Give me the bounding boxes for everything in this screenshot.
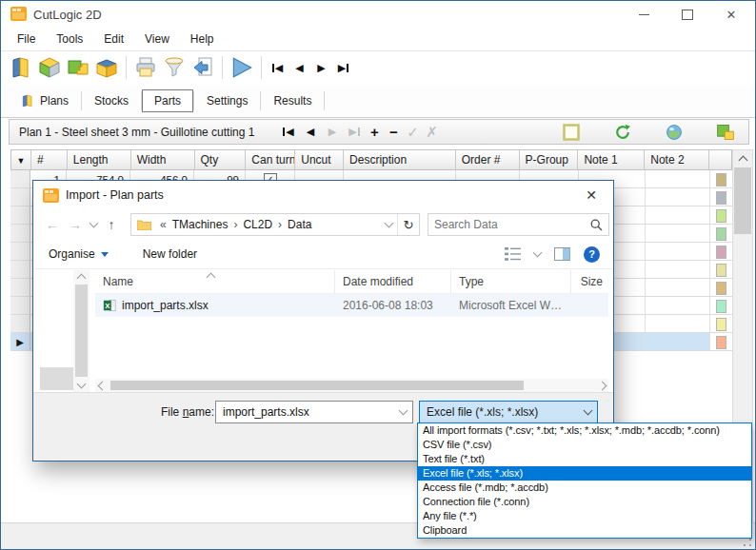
dialog-close-button[interactable]: ✕ <box>577 185 606 206</box>
scroll-thumb[interactable] <box>734 167 751 234</box>
col-header-width[interactable]: Width <box>131 150 195 169</box>
col-header-description[interactable]: Description <box>344 150 456 169</box>
file-name-input[interactable] <box>216 405 393 419</box>
menu-tools[interactable]: Tools <box>46 29 93 49</box>
breadcrumb[interactable]: « TMachines › CL2D › Data ↻ <box>130 213 420 236</box>
forward-button[interactable]: → <box>64 217 87 232</box>
open-plan-button[interactable] <box>7 53 35 82</box>
file-type-option[interactable]: Excel file (*.xls; *.xlsx) <box>418 466 751 481</box>
breadcrumb-overflow[interactable]: « <box>156 218 170 231</box>
stocks-button[interactable] <box>35 53 64 82</box>
tab-results[interactable]: Results <box>261 89 324 112</box>
col-header-note2[interactable]: Note 2 <box>645 150 709 169</box>
render-globe-icon[interactable] <box>665 123 684 142</box>
nav-first-button[interactable]: ◀ <box>267 62 288 74</box>
preview-pane-icon[interactable] <box>554 247 570 261</box>
filter-button[interactable] <box>160 53 189 82</box>
file-row[interactable]: X import_parts.xlsx 2016-06-08 18:03 Mic… <box>95 294 608 317</box>
nav-scroll-up-icon[interactable] <box>73 270 90 284</box>
new-folder-button[interactable]: New folder <box>143 247 197 261</box>
minimize-button[interactable] <box>622 1 666 28</box>
close-icon: ✕ <box>726 9 737 21</box>
stock-box-button[interactable] <box>92 53 121 82</box>
plan-cancel-button[interactable]: ✗ <box>422 124 441 141</box>
tab-plans-label: Plans <box>40 94 69 108</box>
plan-accept-button[interactable]: ✓ <box>403 124 422 141</box>
tab-plans[interactable]: Plans <box>9 89 81 112</box>
file-col-name[interactable]: Name <box>95 270 335 293</box>
col-header-pgroup[interactable]: P-Group <box>520 150 579 169</box>
col-header-qty[interactable]: Qty <box>195 150 247 169</box>
tab-parts[interactable]: Parts <box>142 89 193 112</box>
col-header-number[interactable]: # <box>31 150 68 169</box>
sheet-frame-icon[interactable] <box>562 123 581 142</box>
plan-last-button[interactable]: ▶ <box>343 126 365 138</box>
scroll-up-icon[interactable] <box>733 150 752 167</box>
breadcrumb-segment-data[interactable]: Data <box>286 218 313 231</box>
breadcrumb-segment-tmachines[interactable]: TMachines <box>170 218 230 231</box>
menu-file[interactable]: File <box>7 29 46 49</box>
col-header-length[interactable]: Length <box>68 150 131 169</box>
file-list-horizontal-scrollbar[interactable] <box>95 379 608 392</box>
column-filter-button[interactable]: ▼ <box>11 150 31 169</box>
help-icon[interactable]: ? <box>584 246 600 263</box>
resize-grip-icon[interactable] <box>743 538 752 547</box>
view-mode-icon[interactable] <box>505 247 521 261</box>
plan-next-button[interactable]: ▶ <box>321 126 343 138</box>
back-button[interactable]: ← <box>41 217 64 232</box>
search-icon[interactable] <box>590 219 603 231</box>
file-type-option[interactable]: Connection file (*.conn) <box>418 495 751 509</box>
plan-first-button[interactable]: ◀ <box>277 126 299 138</box>
file-type-option[interactable]: Clipboard <box>418 523 751 538</box>
refresh-icon[interactable] <box>613 123 632 142</box>
organise-button[interactable]: Organise <box>49 247 109 261</box>
close-button[interactable]: ✕ <box>709 1 753 28</box>
file-name-dropdown-button[interactable] <box>393 410 412 414</box>
recent-locations-button[interactable] <box>87 223 100 226</box>
file-type-option[interactable]: All import formats (*.csv; *.txt; *.xls;… <box>418 423 751 438</box>
up-button[interactable]: ↑ <box>100 217 123 232</box>
file-type-option[interactable]: Access file (*.mdb; *.accdb) <box>418 481 751 495</box>
nav-next-button[interactable]: ▶ <box>310 62 332 74</box>
import-button[interactable] <box>189 53 217 82</box>
maximize-button[interactable] <box>666 1 709 28</box>
view-mode-dropdown-icon[interactable] <box>533 248 543 258</box>
search-input[interactable] <box>428 218 590 231</box>
hscroll-left-icon[interactable] <box>95 383 109 389</box>
parts-button[interactable] <box>64 53 92 82</box>
run-button[interactable] <box>228 53 256 82</box>
menu-help[interactable]: Help <box>180 29 225 49</box>
print-button[interactable] <box>131 53 160 82</box>
menu-view[interactable]: View <box>134 29 180 49</box>
file-type-combobox[interactable]: Excel file (*.xls; *.xlsx) <box>419 401 598 423</box>
file-type-option[interactable]: Text file (*.txt) <box>418 452 751 466</box>
col-header-uncut[interactable]: Uncut <box>295 150 344 169</box>
breadcrumb-segment-cl2d[interactable]: CL2D <box>241 218 274 231</box>
nav-scroll-down-icon[interactable] <box>73 379 90 392</box>
hscroll-right-icon[interactable] <box>595 383 608 389</box>
nav-scroll-thumb[interactable] <box>75 285 88 377</box>
col-header-order[interactable]: Order # <box>456 150 520 169</box>
file-col-size[interactable]: Size <box>571 270 608 293</box>
file-type-option[interactable]: CSV file (*.csv) <box>418 438 751 452</box>
plan-previous-button[interactable]: ◀ <box>299 126 321 138</box>
nav-last-button[interactable]: ▶ <box>332 62 354 74</box>
file-type-option[interactable]: Any file (*.*) <box>418 509 751 523</box>
hscroll-thumb[interactable] <box>110 381 524 390</box>
parts-image-icon[interactable] <box>716 123 735 142</box>
plan-remove-button[interactable]: − <box>384 124 403 140</box>
chevron-down-icon <box>384 219 393 228</box>
col-header-canturn[interactable]: Can turn <box>246 150 295 169</box>
refresh-button[interactable]: ↻ <box>397 214 419 235</box>
navigation-pane-scrollbar[interactable] <box>73 270 90 392</box>
tab-stocks[interactable]: Stocks <box>82 89 141 112</box>
file-col-type[interactable]: Type <box>451 270 571 293</box>
file-type-dropdown-button[interactable] <box>578 410 597 414</box>
address-dropdown-button[interactable] <box>380 223 397 226</box>
plan-add-button[interactable]: + <box>365 124 384 140</box>
tab-settings[interactable]: Settings <box>194 89 260 112</box>
nav-previous-button[interactable]: ◀ <box>288 62 310 74</box>
col-header-note1[interactable]: Note 1 <box>578 150 645 169</box>
menu-edit[interactable]: Edit <box>93 29 134 49</box>
file-col-date[interactable]: Date modified <box>335 270 451 293</box>
